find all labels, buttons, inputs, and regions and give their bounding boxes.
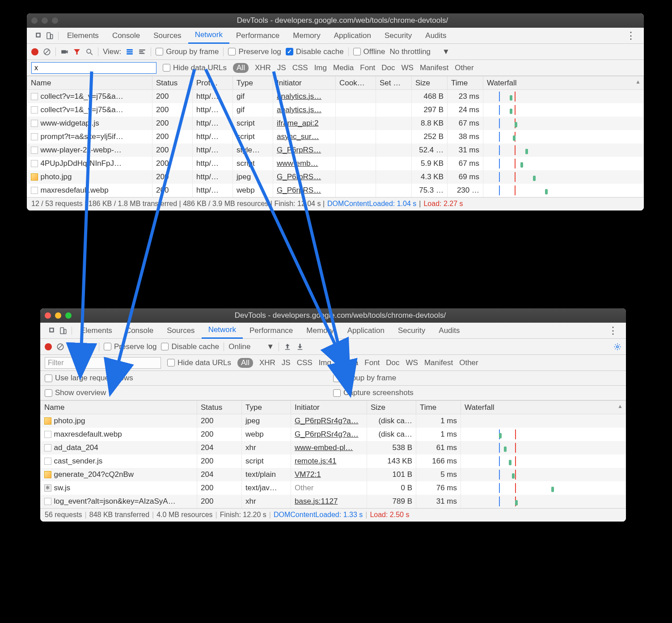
filter-type-all[interactable]: All xyxy=(237,358,253,368)
inspect-icon[interactable] xyxy=(48,327,56,335)
overview-icon[interactable] xyxy=(138,48,146,56)
throttling-select[interactable]: No throttling▼ xyxy=(389,47,450,56)
column-status[interactable]: Status xyxy=(152,76,193,90)
column-status[interactable]: Status xyxy=(197,401,242,414)
column-time[interactable]: Time xyxy=(448,76,483,90)
large-rows-icon[interactable] xyxy=(126,48,134,56)
column-time[interactable]: Time xyxy=(416,401,461,414)
tab-network[interactable]: Network xyxy=(188,28,229,44)
tab-sources[interactable]: Sources xyxy=(160,323,201,339)
filter-type-font[interactable]: Font xyxy=(364,358,380,367)
tab-console[interactable]: Console xyxy=(119,323,160,339)
minimize-icon[interactable] xyxy=(55,312,61,319)
large-rows-option[interactable]: Use large request rows xyxy=(45,374,133,383)
column-name[interactable]: Name xyxy=(41,401,197,414)
throttling-select[interactable]: Online▼ xyxy=(228,342,274,351)
minimize-icon[interactable] xyxy=(42,17,48,24)
table-row[interactable]: ad_data_204204xhrwww-embed-pl…538 B61 ms xyxy=(41,441,626,455)
filter-type-manifest[interactable]: Manifest xyxy=(424,358,453,367)
filter-type-xhr[interactable]: XHR xyxy=(259,358,275,367)
column-prot[interactable]: Prot… xyxy=(193,76,233,90)
kebab-menu-icon[interactable]: ⋮ xyxy=(621,30,640,42)
column-waterfall[interactable]: Waterfall xyxy=(461,401,626,414)
filter-type-other[interactable]: Other xyxy=(455,63,474,72)
table-row[interactable]: sw.js200text/jav…Other0 B76 ms xyxy=(41,481,626,495)
filter-type-css[interactable]: CSS xyxy=(297,358,313,367)
search-icon[interactable] xyxy=(85,48,93,56)
table-row[interactable]: collect?v=1&_v=j75&a…200http/…gifanalyti… xyxy=(27,90,644,103)
close-icon[interactable] xyxy=(31,17,38,24)
table-row[interactable]: maxresdefault.webp200webpG_P6rpRSr4g?a…(… xyxy=(41,428,626,441)
filter-type-ws[interactable]: WS xyxy=(402,63,414,72)
titlebar[interactable]: DevTools - developers.google.com/web/too… xyxy=(40,308,626,323)
filter-type-font[interactable]: Font xyxy=(360,63,375,72)
zoom-icon[interactable] xyxy=(52,17,58,24)
kebab-menu-icon[interactable]: ⋮ xyxy=(604,325,622,337)
table-row[interactable]: photo.jpg200http/…jpegG_P6rpRS…4.3 KB69 … xyxy=(27,170,644,184)
filter-input[interactable] xyxy=(31,62,156,74)
column-cook[interactable]: Cook… xyxy=(336,76,376,90)
record-button[interactable] xyxy=(31,48,38,55)
filter-type-all[interactable]: All xyxy=(233,63,249,73)
filter-type-media[interactable]: Media xyxy=(333,63,354,72)
column-size[interactable]: Size xyxy=(412,76,448,90)
show-overview-option[interactable]: Show overview xyxy=(45,388,106,397)
tab-sources[interactable]: Sources xyxy=(147,28,188,44)
capture-screenshots-option[interactable]: Capture screenshots xyxy=(333,388,414,397)
filter-type-css[interactable]: CSS xyxy=(292,63,308,72)
device-icon[interactable] xyxy=(59,327,67,335)
tab-network[interactable]: Network xyxy=(202,323,243,339)
filter-type-img[interactable]: Img xyxy=(314,63,327,72)
tab-console[interactable]: Console xyxy=(106,28,147,44)
disable-cache-option[interactable]: Disable cache xyxy=(161,342,219,351)
table-row[interactable]: photo.jpg200jpegG_P6rpRSr4g?a…(disk ca…1… xyxy=(41,414,626,428)
device-icon[interactable] xyxy=(46,32,54,40)
zoom-icon[interactable] xyxy=(65,312,72,319)
traffic-lights[interactable] xyxy=(31,17,58,24)
table-row[interactable]: www-player-2x-webp-…200http/…style…G_P6r… xyxy=(27,143,644,157)
filter-type-js[interactable]: JS xyxy=(282,358,291,367)
tab-application[interactable]: Application xyxy=(327,28,378,44)
tab-performance[interactable]: Performance xyxy=(243,323,300,339)
filter-type-media[interactable]: Media xyxy=(338,358,358,367)
settings-gear-icon[interactable] xyxy=(613,343,621,351)
filter-type-img[interactable]: Img xyxy=(319,358,331,367)
preserve-log-option[interactable]: Preserve log xyxy=(104,342,156,351)
filter-type-xhr[interactable]: XHR xyxy=(255,63,271,72)
tab-elements[interactable]: Elements xyxy=(74,323,119,339)
table-row[interactable]: 4PUpJpDdHqrNInFpJ…200http/…scriptwww-emb… xyxy=(27,157,644,170)
column-waterfall[interactable]: Waterfall xyxy=(483,76,644,90)
search-icon[interactable] xyxy=(86,343,94,351)
column-set[interactable]: Set … xyxy=(376,76,412,90)
filter-icon[interactable] xyxy=(73,48,81,56)
download-icon[interactable] xyxy=(296,343,304,351)
tab-audits[interactable]: Audits xyxy=(418,28,453,44)
table-row[interactable]: collect?v=1&_v=j75&a…200http/…gifanalyti… xyxy=(27,103,644,117)
column-initiator[interactable]: Initiator xyxy=(273,76,336,90)
group-by-frame-option[interactable]: Group by frame xyxy=(156,47,219,56)
column-type[interactable]: Type xyxy=(233,76,273,90)
hide-data-urls-option[interactable]: Hide data URLs xyxy=(163,63,227,72)
tab-application[interactable]: Application xyxy=(341,323,391,339)
tab-security[interactable]: Security xyxy=(391,323,432,339)
filter-icon[interactable] xyxy=(74,343,82,351)
filter-type-doc[interactable]: Doc xyxy=(386,358,399,367)
titlebar[interactable]: DevTools - developers.google.com/web/too… xyxy=(27,13,644,28)
column-type[interactable]: Type xyxy=(242,401,291,414)
group-by-frame-option[interactable]: Group by frame xyxy=(333,374,396,383)
close-icon[interactable] xyxy=(45,312,51,319)
column-size[interactable]: Size xyxy=(367,401,416,414)
filter-type-js[interactable]: JS xyxy=(277,63,286,72)
table-row[interactable]: www-widgetapi.js200http/…scriptiframe_ap… xyxy=(27,117,644,130)
table-row[interactable]: prompt?t=a&site=ylj5if…200http/…scriptas… xyxy=(27,130,644,143)
filter-type-ws[interactable]: WS xyxy=(406,358,418,367)
column-name[interactable]: Name xyxy=(27,76,152,90)
hide-data-urls-option[interactable]: Hide data URLs xyxy=(167,358,231,367)
tab-elements[interactable]: Elements xyxy=(60,28,106,44)
inspect-icon[interactable] xyxy=(35,32,43,40)
record-button[interactable] xyxy=(45,343,52,350)
tab-audits[interactable]: Audits xyxy=(432,323,466,339)
table-row[interactable]: maxresdefault.webp200http/…webpG_P6rpRS…… xyxy=(27,184,644,197)
disable-cache-option[interactable]: Disable cache xyxy=(286,47,344,56)
traffic-lights[interactable] xyxy=(45,312,72,319)
